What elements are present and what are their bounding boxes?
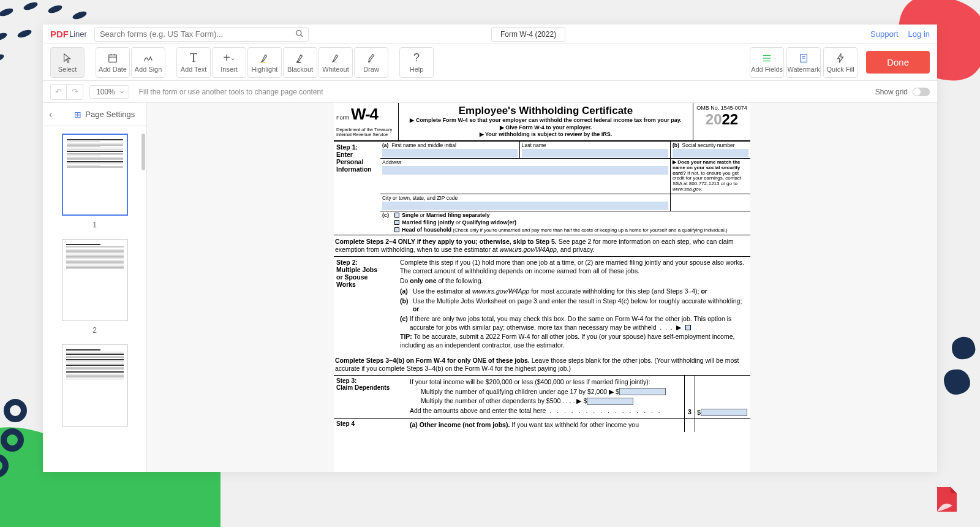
thumb-num-2: 2 xyxy=(50,326,139,335)
plus-icon: + ⌄ xyxy=(223,52,235,64)
tool-whiteout[interactable]: Whiteout xyxy=(318,47,353,78)
search-input[interactable] xyxy=(100,29,295,39)
redo-button[interactable]: ↷ xyxy=(67,85,83,99)
svg-point-8 xyxy=(7,402,24,419)
sidebar-title[interactable]: ⊞ Page Settings xyxy=(74,110,135,119)
step3-dependents-amount[interactable] xyxy=(587,398,633,405)
bolt-icon xyxy=(835,52,846,64)
svg-line-13 xyxy=(301,34,303,36)
canvas[interactable]: Form W-4 Department of the TreasuryInter… xyxy=(147,103,937,472)
topbar: PDFLiner Form W-4 (2022) Support Log in xyxy=(43,25,937,44)
document-title[interactable]: Form W-4 (2022) xyxy=(491,27,565,42)
step-3: Step 3: Claim Dependents If your total i… xyxy=(334,375,750,418)
svg-rect-19 xyxy=(297,62,301,63)
sidebar-back-button[interactable]: ‹ xyxy=(49,109,52,120)
tool-draw[interactable]: Draw xyxy=(354,47,388,78)
signature-icon xyxy=(143,52,154,64)
tool-add-date[interactable]: Add Date xyxy=(96,47,130,78)
sidebar: ‹ ⊞ Page Settings 1 2 xyxy=(43,103,147,472)
subbar-hint: Fill the form or use another tools to ch… xyxy=(139,88,323,96)
svg-point-1 xyxy=(23,1,39,12)
address-field[interactable] xyxy=(382,166,668,175)
firstname-field[interactable] xyxy=(382,149,518,157)
tool-quick-fill[interactable]: Quick Fill xyxy=(823,47,858,78)
form-title: Employee's Withholding Certificate xyxy=(402,105,689,117)
filing-joint-checkbox[interactable] xyxy=(394,220,399,225)
thumbnail-page-3[interactable] xyxy=(62,344,128,427)
filing-single-checkbox[interactable] xyxy=(394,213,399,218)
form-page: Form W-4 Department of the TreasuryInter… xyxy=(334,103,750,472)
thumbnails-panel: 1 2 xyxy=(43,126,146,472)
done-button[interactable]: Done xyxy=(866,51,930,74)
subbar: ↶ ↷ 100% Fill the form or use another to… xyxy=(43,81,937,103)
svg-point-2 xyxy=(47,4,63,15)
text-icon: T xyxy=(190,52,197,64)
step2c-checkbox[interactable] xyxy=(685,325,691,330)
search-box[interactable] xyxy=(94,27,309,42)
login-link[interactable]: Log in xyxy=(908,29,930,39)
svg-point-12 xyxy=(296,30,301,35)
svg-point-5 xyxy=(17,28,32,39)
cursor-icon xyxy=(62,52,73,64)
svg-point-6 xyxy=(0,53,5,64)
logo[interactable]: PDFLiner xyxy=(50,29,87,39)
svg-point-4 xyxy=(0,31,8,42)
tool-watermark[interactable]: Watermark xyxy=(786,47,821,78)
undo-button[interactable]: ↶ xyxy=(51,85,67,99)
svg-point-3 xyxy=(72,10,88,21)
thumbnail-page-1[interactable] xyxy=(62,134,128,216)
highlight-icon xyxy=(259,52,270,64)
pdf-badge-icon xyxy=(931,484,962,515)
svg-rect-20 xyxy=(333,62,337,63)
watermark-icon xyxy=(798,52,809,64)
ssn-field[interactable] xyxy=(673,149,748,157)
toolbar: Select Add Date Add Sign T Add Text + ⌄ … xyxy=(43,44,937,81)
tool-blackout[interactable]: Blackout xyxy=(283,47,317,78)
blackout-icon xyxy=(295,52,306,64)
tool-add-fields[interactable]: Add Fields xyxy=(750,47,784,78)
support-link[interactable]: Support xyxy=(870,29,899,39)
app-container: PDFLiner Form W-4 (2022) Support Log in … xyxy=(43,25,937,472)
fields-icon xyxy=(761,52,772,64)
show-grid-label: Show grid xyxy=(875,88,908,96)
form-header: Form W-4 Department of the TreasuryInter… xyxy=(334,103,750,142)
tool-help[interactable]: ? Help xyxy=(399,47,434,78)
tool-add-sign[interactable]: Add Sign xyxy=(131,47,165,78)
decoration-right xyxy=(931,325,980,404)
svg-rect-14 xyxy=(109,55,117,62)
brush-icon xyxy=(366,52,377,64)
tool-select[interactable]: Select xyxy=(50,47,85,78)
city-field[interactable] xyxy=(382,202,668,210)
tool-add-text[interactable]: T Add Text xyxy=(176,47,211,78)
page-settings-icon: ⊞ xyxy=(74,110,81,119)
step-4: Step 4 (a) Other income (not from jobs).… xyxy=(334,418,750,432)
undo-redo-group: ↶ ↷ xyxy=(50,84,83,100)
tool-highlight[interactable]: Highlight xyxy=(247,47,282,78)
whiteout-icon xyxy=(330,52,341,64)
tool-insert[interactable]: + ⌄ Insert xyxy=(212,47,246,78)
help-icon: ? xyxy=(413,52,420,64)
search-icon[interactable] xyxy=(295,29,303,39)
thumbnails-scrollbar[interactable] xyxy=(141,134,145,170)
main-area: ‹ ⊞ Page Settings 1 2 xyxy=(43,103,937,472)
step3-children-amount[interactable] xyxy=(619,388,666,395)
step3-total-amount[interactable] xyxy=(701,409,747,416)
filing-hoh-checkbox[interactable] xyxy=(394,227,399,232)
svg-rect-18 xyxy=(262,62,266,63)
lastname-field[interactable] xyxy=(522,149,668,157)
step-2: Step 2: Multiple Jobs or Spouse Works Co… xyxy=(334,256,750,354)
calendar-icon xyxy=(107,52,118,64)
zoom-select[interactable]: 100% xyxy=(89,85,129,99)
thumbnail-page-2[interactable] xyxy=(62,239,128,321)
show-grid-toggle[interactable] xyxy=(913,88,930,96)
thumb-num-1: 1 xyxy=(50,221,139,229)
svg-point-0 xyxy=(0,7,14,18)
step-1: Step 1: Enter Personal Information (a) F… xyxy=(334,142,750,235)
